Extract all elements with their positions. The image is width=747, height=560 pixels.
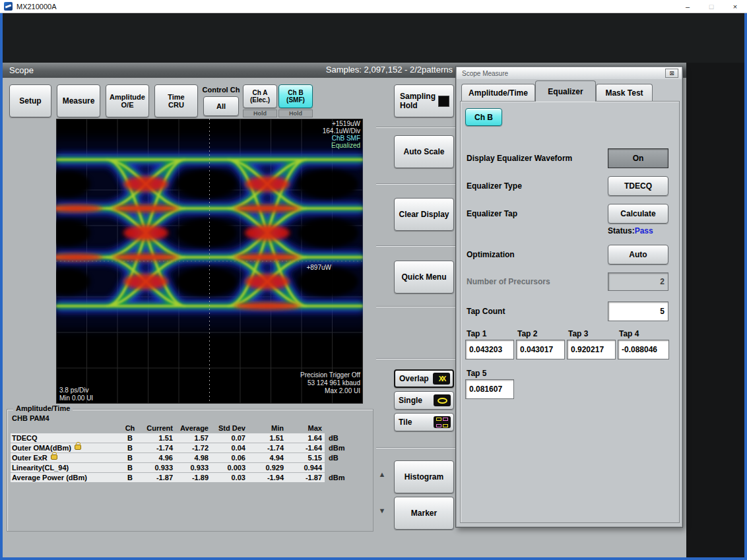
maximize-button[interactable]: □ (699, 0, 723, 13)
scope-title: Scope (3, 65, 34, 75)
window-titlebar[interactable]: MX210000A – □ × (0, 0, 747, 13)
amp-max-label: +1519uW (332, 120, 360, 127)
equalizer-type-button[interactable]: TDECQ (608, 176, 668, 196)
histogram-up-button[interactable]: ▲ (375, 467, 389, 482)
max-ui-label: Max 2.00 UI (325, 387, 360, 394)
sampling-hold-indicator (438, 96, 449, 107)
separator (376, 127, 455, 128)
window-glyph-icon: ⊠ (669, 70, 674, 77)
col-min: Min (248, 423, 286, 433)
measurements-group-label: Amplitude/Time (13, 404, 73, 412)
display-equalizer-waveform-button[interactable]: On (608, 148, 668, 168)
single-icon (434, 394, 451, 406)
ch-a-button[interactable]: Ch A (Elec.) (243, 84, 277, 108)
precursors-label: Number of Precursors (467, 272, 608, 291)
amp-scale-label: 164.1uW/Div (323, 127, 360, 135)
dialog-titlebar[interactable]: Scope Measure ⊠ (457, 67, 682, 79)
tap-2-field[interactable]: 0.043017 (516, 340, 565, 359)
marker-down-button[interactable]: ▼ (375, 503, 389, 518)
table-row: Average Power (dBm) B -1.87 -1.89 0.03 -… (11, 473, 355, 482)
tap-count-label: Tap Count (467, 301, 608, 321)
tap-1-field[interactable]: 0.043203 (465, 340, 514, 359)
auto-scale-button[interactable]: Auto Scale (394, 135, 454, 168)
histogram-button[interactable]: Histogram (394, 460, 454, 493)
min-ui-label: Min 0.00 UI (59, 394, 93, 402)
screen: { "titlebar": {"title": "MX210000A", "mi… (0, 0, 747, 560)
table-header-row: Ch Current Average Std Dev Min Max (11, 423, 355, 433)
status-row: Status: Pass (608, 226, 653, 236)
time-scale-label: 3.8 ps/Div (59, 387, 88, 394)
tap-4-field[interactable]: -0.088046 (618, 340, 669, 359)
overlap-button[interactable]: Overlap XX (394, 369, 454, 388)
window-border-bottom (0, 557, 747, 560)
tap-4-label: Tap 4 (619, 329, 639, 338)
sampling-hold-button[interactable]: Sampling Hold (394, 84, 454, 117)
table-row: Outer ExR B 4.96 4.98 0.06 4.94 5.15 dB (11, 453, 355, 462)
channel-label: ChB SMF (332, 135, 360, 142)
tile-button[interactable]: Tile (394, 413, 454, 431)
ch-b-button[interactable]: Ch B (SMF) (278, 84, 313, 108)
separator (376, 447, 455, 449)
optimization-label: Optimization (467, 245, 608, 264)
col-max: Max (286, 423, 325, 433)
lock-icon (75, 445, 81, 450)
setup-button[interactable]: Setup (9, 84, 51, 117)
minimize-button[interactable]: – (676, 0, 699, 13)
equalized-label: Equalized (331, 142, 360, 149)
equalizer-type-label: Equalizer Type (467, 176, 608, 196)
function-key-column (686, 63, 744, 557)
quick-menu-button[interactable]: Quick Menu (394, 261, 454, 294)
tab-mask-test[interactable]: Mask Test (596, 84, 653, 101)
marker-button[interactable]: Marker (394, 497, 454, 530)
col-average: Average (176, 423, 211, 433)
window-title: MX210000A (16, 3, 57, 11)
measurements-table: Ch Current Average Std Dev Min Max TDECQ… (11, 423, 355, 483)
tap-5-label: Tap 5 (467, 369, 486, 378)
clear-display-button[interactable]: Clear Display (394, 198, 454, 231)
dialog-title: Scope Measure (462, 70, 508, 77)
marker-level-label: +897uW (306, 264, 331, 271)
calculate-button[interactable]: Calculate (608, 204, 668, 224)
control-ch-all-button[interactable]: All (203, 96, 239, 116)
separator (376, 183, 455, 185)
separator (376, 245, 455, 247)
measure-button[interactable]: Measure (57, 84, 100, 117)
separator (376, 358, 455, 359)
overlap-icon: XX (433, 373, 450, 385)
table-row: Outer OMA(dBm) B -1.74 -1.72 0.04 -1.74 … (11, 443, 355, 452)
tap-2-label: Tap 2 (517, 329, 537, 338)
top-header-bar (3, 13, 744, 63)
separator (376, 306, 455, 307)
col-ch: Ch (121, 423, 141, 433)
eye-pattern-graphic (56, 119, 363, 404)
tap-5-field[interactable]: 0.081607 (465, 379, 514, 399)
table-row: Linearity(CL_94) B 0.933 0.933 0.003 0.9… (11, 463, 355, 472)
table-row: TDECQ B 1.51 1.57 0.07 1.51 1.64 dB (11, 433, 355, 443)
window-border-right (744, 13, 747, 560)
display-equalizer-waveform-label: Display Equalizer Waveform (467, 148, 608, 168)
tab-equalizer[interactable]: Equalizer (535, 80, 596, 102)
single-button[interactable]: Single (394, 391, 454, 410)
col-current: Current (141, 423, 176, 433)
close-button[interactable]: × (723, 0, 747, 13)
tab-amplitude-time[interactable]: Amplitude/Time (461, 84, 535, 101)
scope-measure-dialog: Scope Measure ⊠ Amplitude/Time Equalizer… (455, 66, 683, 528)
ch-a-hold-badge: Hold (243, 109, 277, 117)
eye-diagram-display: +1519uW 164.1uW/Div ChB SMF Equalized +8… (56, 119, 363, 404)
equalizer-tap-label: Equalizer Tap (467, 204, 608, 224)
ch-b-selector-button[interactable]: Ch B (465, 108, 502, 126)
tap-3-field[interactable]: 0.920217 (567, 340, 616, 359)
ch-b-hold-badge: Hold (278, 109, 313, 117)
status-value: Pass (635, 226, 653, 235)
precision-trigger-label: Precision Trigger Off (300, 371, 360, 379)
tap-3-label: Tap 3 (568, 329, 588, 338)
app-icon (4, 2, 13, 11)
lock-icon (51, 454, 57, 460)
dialog-window-button[interactable]: ⊠ (665, 69, 678, 78)
tap-1-label: Tap 1 (467, 329, 486, 338)
window-border-left (0, 13, 3, 560)
optimization-button[interactable]: Auto (608, 245, 668, 264)
time-cru-button[interactable]: Time CRU (154, 84, 198, 117)
amplitude-oe-button[interactable]: Amplitude O/E (106, 84, 149, 117)
tap-count-field[interactable]: 5 (608, 301, 668, 321)
